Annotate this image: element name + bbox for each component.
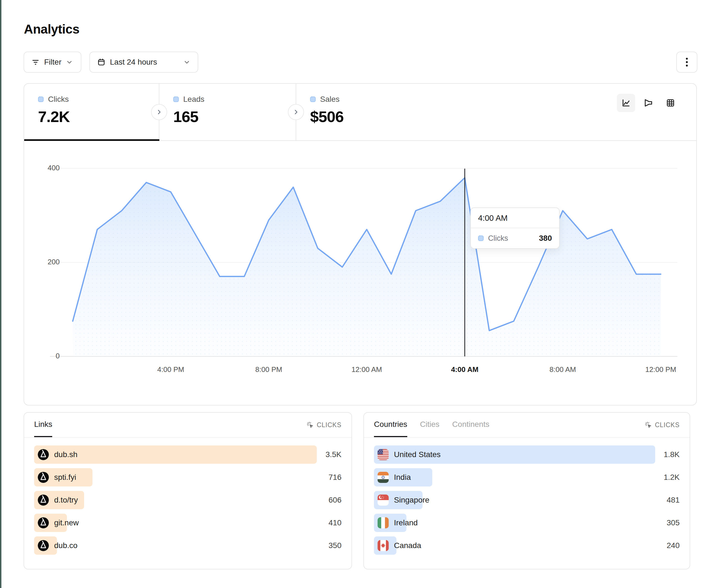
dub-logo-icon xyxy=(38,449,49,460)
tab-links-label: Links xyxy=(34,420,52,429)
list-item-ireland[interactable]: Ireland305 xyxy=(374,514,680,532)
filter-button[interactable]: Filter xyxy=(24,51,81,73)
list-item-singapore[interactable]: Singapore481 xyxy=(374,491,680,509)
row-value: 716 xyxy=(328,473,342,482)
stat-label: Leads xyxy=(183,95,204,104)
chart-tooltip: 4:00 AM Clicks 380 xyxy=(470,207,560,249)
stats-tabs-row: Clicks 7.2K Leads 165 Sales $506 xyxy=(24,84,696,141)
stat-label: Sales xyxy=(320,95,340,104)
chart-view-toggles xyxy=(617,94,680,112)
list-item-india[interactable]: India1.2K xyxy=(374,468,680,487)
x-tick-800am: 8:00 AM xyxy=(541,365,585,374)
line-chart-view-button[interactable] xyxy=(617,94,635,112)
dub-logo-icon xyxy=(38,472,49,483)
row-label: United States xyxy=(394,450,440,459)
left-edge-strip xyxy=(0,0,1,588)
row-value: 481 xyxy=(667,496,680,504)
row-label: Singapore xyxy=(394,496,430,504)
expand-leads-button[interactable] xyxy=(288,104,304,120)
list-item-canada[interactable]: Canada240 xyxy=(374,537,680,555)
row-value: 606 xyxy=(328,496,342,504)
row-label: d.to/try xyxy=(54,496,78,504)
y-tick-200: 200 xyxy=(32,258,60,266)
active-tab-underline xyxy=(24,139,159,141)
list-item-spti-fyi[interactable]: spti.fyi716 xyxy=(34,468,342,487)
list-item-dub-co[interactable]: dub.co350 xyxy=(34,537,342,555)
tab-countries-label: Countries xyxy=(374,420,407,429)
clicks-marker-icon xyxy=(38,96,44,102)
ca-flag-icon xyxy=(378,540,389,551)
sales-value: $506 xyxy=(310,108,344,126)
tooltip-time: 4:00 AM xyxy=(471,208,559,228)
sg-flag-icon xyxy=(378,495,389,506)
ie-flag-icon xyxy=(378,517,389,528)
in-flag-icon xyxy=(378,472,389,483)
chevron-down-icon xyxy=(66,59,73,66)
tab-cities-label: Cities xyxy=(420,420,439,429)
tab-sales[interactable]: Sales $506 xyxy=(296,84,433,141)
cursor-rays-icon xyxy=(644,421,652,429)
row-label: India xyxy=(394,473,411,482)
x-tick-800pm: 8:00 PM xyxy=(246,365,291,374)
row-value: 240 xyxy=(667,541,680,550)
calendar-icon xyxy=(97,58,106,66)
tab-continents-label: Continents xyxy=(452,420,490,429)
stat-label: Clicks xyxy=(48,95,69,104)
funnel-chart-view-button[interactable] xyxy=(639,94,658,112)
dub-logo-icon xyxy=(38,540,49,551)
funnel-chart-icon xyxy=(643,98,653,108)
list-item-git-new[interactable]: git.new410 xyxy=(34,514,342,532)
date-range-label: Last 24 hours xyxy=(110,58,157,67)
y-tick-400: 400 xyxy=(32,164,60,172)
page-title: Analytics xyxy=(24,22,80,37)
row-label: spti.fyi xyxy=(54,473,76,482)
clicks-marker-icon xyxy=(478,235,483,241)
row-value: 305 xyxy=(667,518,680,527)
sales-marker-icon xyxy=(310,96,316,102)
area-dot-pattern xyxy=(73,178,661,356)
leads-marker-icon xyxy=(173,96,179,102)
tab-links[interactable]: Links xyxy=(34,413,52,437)
x-tick-1200am: 12:00 AM xyxy=(345,365,389,374)
table-view-button[interactable] xyxy=(661,94,680,112)
row-value: 350 xyxy=(328,541,342,550)
tab-clicks[interactable]: Clicks 7.2K xyxy=(24,84,159,141)
countries-metric-header[interactable]: CLICKS xyxy=(644,421,680,429)
tooltip-value: 380 xyxy=(539,234,552,243)
row-label: Ireland xyxy=(394,518,418,527)
links-metric-label: CLICKS xyxy=(317,421,342,429)
row-value: 1.8K xyxy=(664,450,680,459)
dub-logo-icon xyxy=(38,517,49,528)
y-tick-0: 0 xyxy=(32,352,60,360)
expand-clicks-button[interactable] xyxy=(151,104,167,120)
tooltip-series-label: Clicks xyxy=(488,234,508,243)
date-range-button[interactable]: Last 24 hours xyxy=(89,51,198,73)
filter-button-label: Filter xyxy=(44,58,61,67)
row-value: 1.2K xyxy=(664,473,680,482)
clicks-area-chart[interactable] xyxy=(50,166,677,360)
countries-panel: Countries Cities Continents CLICKS Unite… xyxy=(363,412,690,569)
table-grid-icon xyxy=(666,98,675,108)
links-metric-header[interactable]: CLICKS xyxy=(306,421,342,429)
tab-cities[interactable]: Cities xyxy=(420,413,439,437)
us-flag-icon xyxy=(378,449,389,460)
clicks-value: 7.2K xyxy=(38,108,70,126)
row-value: 410 xyxy=(328,518,342,527)
list-item-united-states[interactable]: United States1.8K xyxy=(374,446,680,464)
vertical-dots-icon xyxy=(683,58,691,67)
list-item-d-to-try[interactable]: d.to/try606 xyxy=(34,491,342,509)
row-label: Canada xyxy=(394,541,421,550)
links-panel: Links CLICKS dub.sh3.5Kspti.fyi716d.to/t… xyxy=(24,412,352,569)
tab-continents[interactable]: Continents xyxy=(452,413,490,437)
more-options-button[interactable] xyxy=(676,51,697,73)
tab-countries[interactable]: Countries xyxy=(374,413,407,437)
list-item-dub-sh[interactable]: dub.sh3.5K xyxy=(34,446,342,464)
row-label: dub.sh xyxy=(54,450,78,459)
row-label: dub.co xyxy=(54,541,78,550)
cursor-rays-icon xyxy=(306,421,314,429)
x-tick-1200pm: 12:00 PM xyxy=(639,365,683,374)
row-value: 3.5K xyxy=(325,450,342,459)
x-tick-400pm: 4:00 PM xyxy=(149,365,193,374)
chevron-down-icon xyxy=(183,59,191,66)
tab-leads[interactable]: Leads 165 xyxy=(159,84,296,141)
